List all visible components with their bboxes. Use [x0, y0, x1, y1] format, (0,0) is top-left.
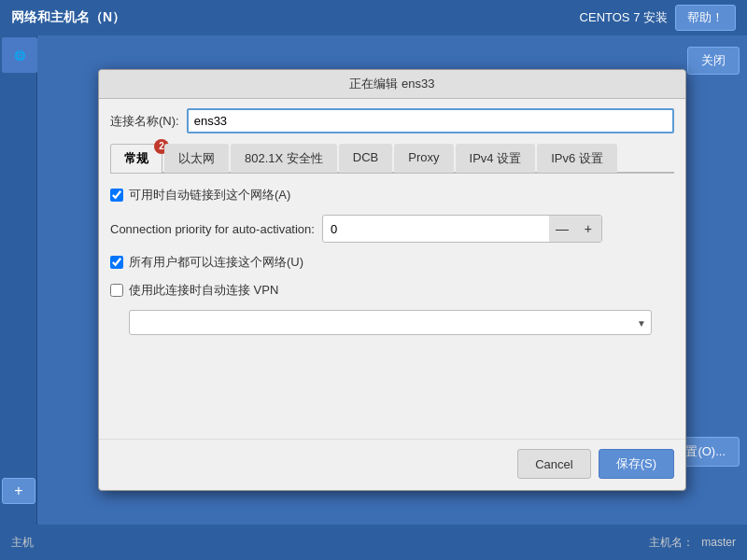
- installer-label: CENTOS 7 安装: [580, 9, 668, 26]
- bottom-hostname-label: 主机: [11, 535, 34, 551]
- connection-name-input[interactable]: [187, 108, 674, 133]
- vpn-select[interactable]: [129, 310, 652, 335]
- vpn-select-row: ▼: [110, 310, 674, 335]
- all-users-row: 所有用户都可以连接这个网络(U): [110, 254, 674, 271]
- tab-ethernet[interactable]: 以太网: [164, 144, 229, 173]
- tab-general[interactable]: 常规 2: [110, 144, 162, 173]
- dialog-buttons: Cancel 保存(S): [99, 439, 685, 490]
- dialog-titlebar: 正在编辑 ens33: [99, 70, 685, 99]
- dialog-content: 连接名称(N): 常规 2 以太网 802.1X 安全性 DCB: [99, 99, 685, 435]
- tab-content-general: 可用时自动链接到这个网络(A) Connection priority for …: [110, 183, 674, 426]
- tab-ipv4[interactable]: IPv4 设置: [456, 144, 536, 173]
- priority-input[interactable]: [323, 218, 549, 240]
- autoconnect-checkbox[interactable]: [110, 189, 123, 202]
- vpn-autoconnect-row: 使用此连接时自动连接 VPN: [110, 282, 674, 299]
- priority-increase-button[interactable]: +: [575, 216, 601, 242]
- tab-proxy[interactable]: Proxy: [394, 144, 453, 173]
- tab-ipv6[interactable]: IPv6 设置: [537, 144, 617, 173]
- bottom-right: 主机名： master: [649, 535, 736, 551]
- all-users-label: 所有用户都可以连接这个网络(U): [129, 254, 303, 271]
- app-title: 网络和主机名（N）: [11, 9, 580, 26]
- edit-connection-dialog: 正在编辑 ens33 连接名称(N): 常规 2 以太网 802.1X 安全性: [98, 69, 686, 491]
- sidebar: 🌐 +: [0, 35, 37, 560]
- priority-decrease-button[interactable]: —: [549, 216, 575, 242]
- autoconnect-row: 可用时自动链接到这个网络(A): [110, 187, 674, 203]
- tab-dcb[interactable]: DCB: [339, 144, 392, 173]
- bottom-hostname-right-label: 主机名：: [649, 535, 694, 551]
- vpn-select-wrapper: ▼: [129, 310, 652, 335]
- connection-name-label: 连接名称(N):: [110, 113, 179, 130]
- tab-bar: 常规 2 以太网 802.1X 安全性 DCB Proxy IPv4 设置: [110, 143, 674, 174]
- vpn-autoconnect-label: 使用此连接时自动连接 VPN: [129, 282, 278, 299]
- priority-row: Connection priority for auto-activation:…: [110, 215, 674, 243]
- vpn-autoconnect-checkbox[interactable]: [110, 284, 123, 297]
- save-button[interactable]: 保存(S): [599, 449, 674, 479]
- priority-input-group: — +: [322, 215, 602, 243]
- help-button[interactable]: 帮助！: [675, 5, 736, 31]
- add-connection-button[interactable]: +: [2, 478, 35, 504]
- all-users-checkbox[interactable]: [110, 256, 123, 269]
- connection-name-row: 连接名称(N):: [110, 108, 674, 133]
- autoconnect-label: 可用时自动链接到这个网络(A): [129, 187, 290, 203]
- bottom-bar: 主机 主机名： master: [0, 525, 747, 560]
- tab-8021x[interactable]: 802.1X 安全性: [231, 144, 337, 173]
- cancel-button[interactable]: Cancel: [517, 449, 590, 479]
- top-bar: 网络和主机名（N） CENTOS 7 安装 帮助！: [0, 0, 747, 35]
- bottom-hostname-value: master: [701, 536, 736, 549]
- sidebar-network-icon: 🌐: [2, 37, 37, 73]
- dialog-overlay: 正在编辑 ens33 连接名称(N): 常规 2 以太网 802.1X 安全性: [37, 35, 747, 525]
- priority-label: Connection priority for auto-activation:: [110, 222, 315, 236]
